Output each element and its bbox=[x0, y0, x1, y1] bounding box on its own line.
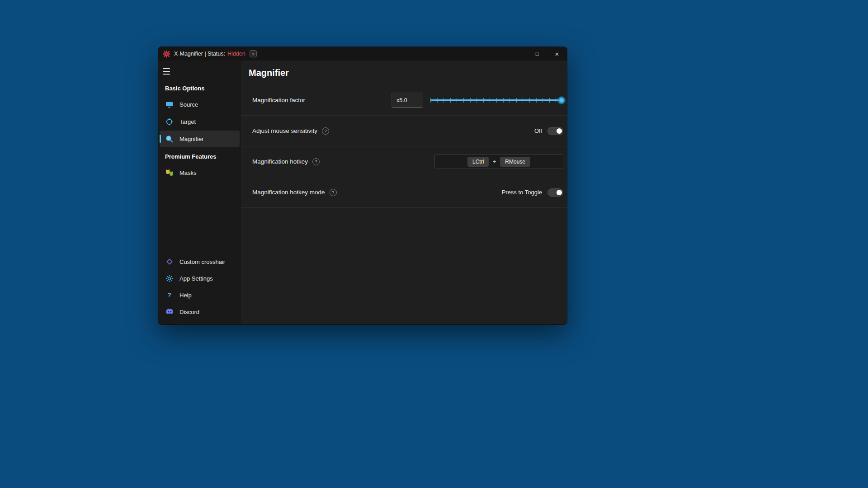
window-title: X-Magnifier | Status: bbox=[174, 51, 225, 57]
sidebar-item-label: Source bbox=[179, 101, 198, 108]
magnifier-icon bbox=[165, 135, 174, 143]
mouse-sensitivity-help-icon[interactable]: ? bbox=[322, 127, 329, 135]
toggle-knob bbox=[557, 190, 562, 195]
magnification-factor-input[interactable]: x5.0 bbox=[392, 93, 423, 108]
hotkey-separator: + bbox=[493, 159, 496, 165]
slider-thumb[interactable] bbox=[558, 97, 565, 103]
sidebar-item-masks[interactable]: Masks bbox=[160, 164, 240, 181]
row-mouse-sensitivity: Adjust mouse sensitivity ? Off bbox=[241, 116, 567, 146]
slider-track bbox=[430, 99, 561, 101]
row-hotkey-mode: Magnification hotkey mode ? Press to Tog… bbox=[241, 177, 567, 208]
sidebar-item-label: App Settings bbox=[179, 275, 213, 282]
close-button[interactable]: × bbox=[547, 47, 567, 61]
mouse-sensitivity-state: Off bbox=[534, 127, 542, 134]
mouse-sensitivity-toggle[interactable] bbox=[547, 127, 563, 135]
hotkey-key-2: RMouse bbox=[500, 157, 530, 167]
sidebar-item-target[interactable]: Target bbox=[160, 113, 240, 130]
gear-icon bbox=[165, 274, 174, 282]
sidebar-item-label: Magnifier bbox=[179, 136, 203, 142]
section-basic-options: Basic Options bbox=[158, 79, 241, 96]
sidebar-item-discord[interactable]: Discord bbox=[160, 304, 240, 320]
monitor-icon bbox=[165, 100, 174, 108]
hamburger-menu-icon[interactable] bbox=[163, 66, 178, 77]
sidebar-item-label: Target bbox=[179, 118, 196, 125]
sidebar-item-label: Discord bbox=[179, 309, 199, 315]
magnification-factor-label: Magnification factor bbox=[252, 97, 305, 103]
row-magnification-factor: Magnification factor x5.0 bbox=[241, 85, 567, 116]
masks-icon bbox=[165, 169, 174, 177]
crosshair-icon bbox=[165, 258, 174, 266]
target-icon bbox=[165, 117, 174, 126]
sidebar-item-label: Custom crosshair bbox=[179, 258, 225, 265]
hotkey-key-1: LCtrl bbox=[467, 157, 489, 167]
main-content: Magnifier Magnification factor x5.0 Adju… bbox=[241, 61, 567, 324]
hotkey-mode-help-icon[interactable]: ? bbox=[330, 189, 337, 196]
discord-icon bbox=[165, 308, 174, 316]
sidebar: Basic Options Source bbox=[158, 61, 241, 324]
sidebar-item-custom-crosshair[interactable]: Custom crosshair bbox=[160, 253, 240, 270]
page-title: Magnifier bbox=[241, 61, 567, 85]
sidebar-footer: Custom crosshair bbox=[158, 253, 241, 324]
titlebar[interactable]: X-Magnifier | Status: Hidden ? — □ × bbox=[158, 47, 567, 61]
status-value: Hidden bbox=[227, 51, 245, 57]
sidebar-item-app-settings[interactable]: App Settings bbox=[160, 270, 240, 286]
hotkey-input[interactable]: LCtrl + RMouse bbox=[434, 154, 563, 169]
app-window: X-Magnifier | Status: Hidden ? — □ × Bas… bbox=[158, 47, 567, 325]
sidebar-item-magnifier[interactable]: Magnifier bbox=[160, 131, 240, 147]
section-premium-features: Premium Features bbox=[158, 147, 241, 164]
hotkey-mode-label: Magnification hotkey mode bbox=[252, 189, 325, 196]
sidebar-item-label: Help bbox=[179, 292, 192, 299]
sidebar-item-source[interactable]: Source bbox=[160, 96, 240, 113]
titlebar-help-button[interactable]: ? bbox=[250, 50, 257, 57]
hotkey-mode-state: Press to Toggle bbox=[502, 189, 542, 196]
hotkey-mode-toggle[interactable] bbox=[547, 188, 563, 197]
mouse-sensitivity-label: Adjust mouse sensitivity bbox=[252, 127, 317, 134]
magnification-factor-slider[interactable] bbox=[430, 96, 563, 105]
app-logo-icon bbox=[163, 50, 170, 58]
magnification-hotkey-help-icon[interactable]: ? bbox=[312, 158, 320, 165]
sidebar-item-help[interactable]: ? Help bbox=[160, 287, 240, 303]
sidebar-item-label: Masks bbox=[179, 169, 197, 176]
magnification-hotkey-label: Magnification hotkey bbox=[252, 158, 308, 165]
minimize-button[interactable]: — bbox=[507, 47, 527, 61]
window-controls: — □ × bbox=[507, 47, 567, 61]
maximize-button[interactable]: □ bbox=[527, 47, 547, 61]
row-magnification-hotkey: Magnification hotkey ? LCtrl + RMouse bbox=[241, 146, 567, 177]
toggle-knob bbox=[557, 128, 562, 134]
question-icon: ? bbox=[165, 291, 174, 299]
